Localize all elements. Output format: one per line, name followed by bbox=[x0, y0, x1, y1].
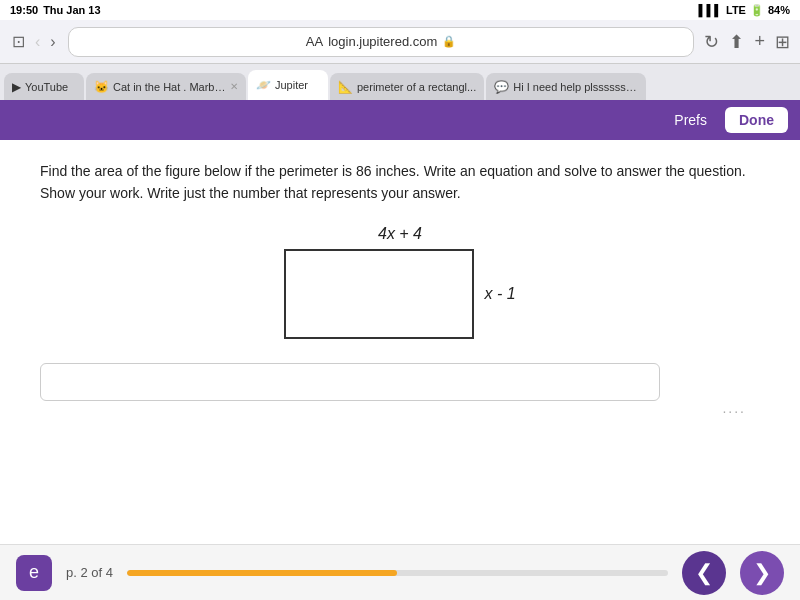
tab-cat-hat-close[interactable]: ✕ bbox=[230, 81, 238, 92]
problem-line1: Find the area of the figure below if the… bbox=[40, 160, 760, 182]
figure-row: x - 1 bbox=[284, 249, 515, 339]
tab-cat-hat[interactable]: 🐱 Cat in the Hat . Marbleo... ✕ bbox=[86, 73, 246, 100]
network-type: LTE bbox=[726, 4, 746, 16]
new-tab-button[interactable]: + bbox=[754, 31, 765, 52]
address-text: login.jupitered.com bbox=[328, 34, 437, 49]
figure-container: 4x + 4 x - 1 bbox=[40, 225, 760, 339]
cat-hat-favicon: 🐱 bbox=[94, 80, 109, 94]
status-right: ▌▌▌ LTE 🔋 84% bbox=[699, 4, 790, 17]
share-button[interactable]: ⬆ bbox=[729, 31, 744, 53]
tab-help[interactable]: 💬 Hi I need help plsssssss... bbox=[486, 73, 646, 100]
tabs-bar: ▶ YouTube 🐱 Cat in the Hat . Marbleo... … bbox=[0, 64, 800, 100]
progress-bar bbox=[127, 570, 668, 576]
reload-button[interactable]: ↻ bbox=[704, 31, 719, 53]
battery-icon: 🔋 bbox=[750, 4, 764, 17]
jupiter-favicon: 🪐 bbox=[256, 78, 271, 92]
battery-level: 84% bbox=[768, 4, 790, 16]
prefs-button[interactable]: Prefs bbox=[666, 108, 715, 132]
browser-chrome: ⊡ ‹ › AA login.jupitered.com 🔒 ↻ ⬆ + ⊞ bbox=[0, 20, 800, 64]
tab-perimeter[interactable]: 📐 perimeter of a rectangl... bbox=[330, 73, 484, 100]
aa-label: AA bbox=[306, 34, 323, 49]
help-favicon: 💬 bbox=[494, 80, 509, 94]
day: Thu Jan 13 bbox=[43, 4, 100, 16]
purple-bar: Prefs Done bbox=[0, 100, 800, 140]
back-button[interactable]: ‹ bbox=[33, 31, 42, 53]
tab-cat-hat-label: Cat in the Hat . Marbleo... bbox=[113, 81, 226, 93]
sidebar-toggle-button[interactable]: ⊡ bbox=[10, 30, 27, 53]
bottom-bar: e p. 2 of 4 ❮ ❯ bbox=[0, 544, 800, 600]
status-bar: 19:50 Thu Jan 13 ▌▌▌ LTE 🔋 84% bbox=[0, 0, 800, 20]
right-dimension-label: x - 1 bbox=[484, 285, 515, 303]
tab-jupiter-label: Jupiter bbox=[275, 79, 308, 91]
grid-button[interactable]: ⊞ bbox=[775, 31, 790, 53]
address-bar[interactable]: AA login.jupitered.com 🔒 bbox=[68, 27, 695, 57]
prev-button[interactable]: ❮ bbox=[682, 551, 726, 595]
dots-grid-icon: ···· bbox=[722, 403, 746, 419]
main-content: Find the area of the figure below if the… bbox=[0, 140, 800, 421]
tab-youtube[interactable]: ▶ YouTube bbox=[4, 73, 84, 100]
tab-perimeter-label: perimeter of a rectangl... bbox=[357, 81, 476, 93]
top-dimension-label: 4x + 4 bbox=[378, 225, 422, 243]
rectangle-figure bbox=[284, 249, 474, 339]
signal-icon: ▌▌▌ bbox=[699, 4, 722, 16]
tab-help-label: Hi I need help plsssssss... bbox=[513, 81, 638, 93]
browser-controls: ⊡ ‹ › bbox=[10, 30, 58, 53]
status-left: 19:50 Thu Jan 13 bbox=[10, 4, 101, 16]
answer-input[interactable] bbox=[40, 363, 660, 401]
progress-bar-fill bbox=[127, 570, 398, 576]
page-indicator: p. 2 of 4 bbox=[66, 565, 113, 580]
home-button[interactable]: e bbox=[16, 555, 52, 591]
problem-line2: Show your work. Write just the number th… bbox=[40, 182, 760, 204]
problem-text: Find the area of the figure below if the… bbox=[40, 160, 760, 205]
tab-jupiter[interactable]: 🪐 Jupiter bbox=[248, 70, 328, 100]
time: 19:50 bbox=[10, 4, 38, 16]
perimeter-favicon: 📐 bbox=[338, 80, 353, 94]
forward-button[interactable]: › bbox=[48, 31, 57, 53]
youtube-favicon: ▶ bbox=[12, 80, 21, 94]
lock-icon: 🔒 bbox=[442, 35, 456, 48]
answer-section: ···· bbox=[40, 363, 760, 401]
next-button[interactable]: ❯ bbox=[740, 551, 784, 595]
browser-actions: ↻ ⬆ + ⊞ bbox=[704, 31, 790, 53]
home-icon: e bbox=[29, 562, 39, 583]
tab-youtube-label: YouTube bbox=[25, 81, 68, 93]
done-button[interactable]: Done bbox=[725, 107, 788, 133]
